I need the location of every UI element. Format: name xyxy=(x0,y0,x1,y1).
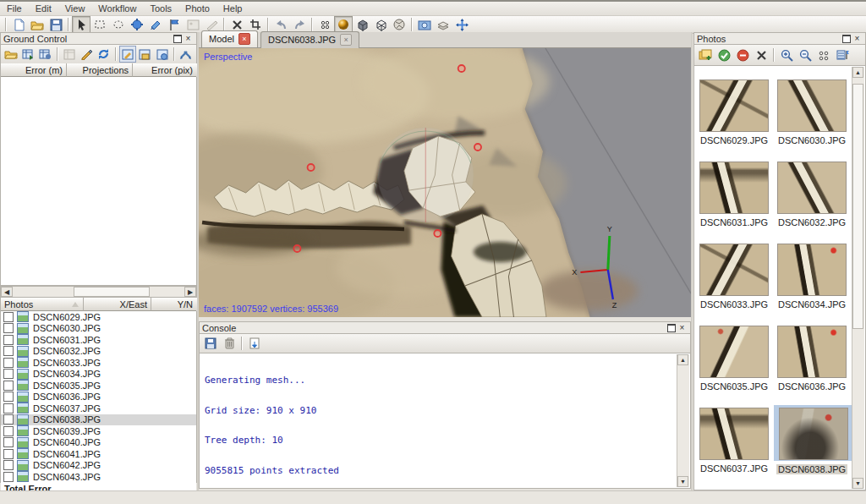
photo-checkbox[interactable] xyxy=(3,323,14,333)
photo-checkbox[interactable] xyxy=(3,449,14,459)
thumbnails-icon[interactable] xyxy=(814,47,833,63)
column-projections[interactable]: Projections xyxy=(67,63,133,77)
textured-view-button[interactable] xyxy=(390,16,408,34)
scroll-thumb[interactable] xyxy=(852,84,863,329)
photo-row[interactable]: DSCN6031.JPG xyxy=(1,334,196,346)
photo-row[interactable]: DSCN6042.JPG xyxy=(1,460,196,472)
scroll-right-icon[interactable]: ▶ xyxy=(184,287,196,297)
rotate-region-button[interactable] xyxy=(146,16,165,34)
scroll-down-icon[interactable]: ▼ xyxy=(677,476,688,487)
thumb-cell[interactable]: DSCN6030.JPG xyxy=(774,79,850,145)
thumb-cell[interactable]: DSCN6031.JPG xyxy=(696,162,772,227)
update-icon[interactable] xyxy=(96,46,112,63)
thumb-cell[interactable]: DSCN6035.JPG xyxy=(696,326,772,392)
zoom-in-icon[interactable] xyxy=(777,47,796,63)
close-panel-icon[interactable]: × xyxy=(183,34,194,44)
photo-row[interactable]: DSCN6033.JPG xyxy=(1,357,196,369)
thumb-cell[interactable]: DSCN6032.JPG xyxy=(774,162,850,227)
thumb-cell[interactable]: DSCN6033.JPG xyxy=(696,244,772,310)
photo-row[interactable]: DSCN6029.JPG xyxy=(1,311,196,323)
error-table-hscrollbar[interactable]: ◀ ▶ xyxy=(0,286,197,298)
photo-checkbox[interactable] xyxy=(3,381,14,391)
thumb-cell[interactable]: DSCN6034.JPG xyxy=(774,244,850,310)
photo-row[interactable]: DSCN6040.JPG xyxy=(1,437,196,449)
photo-row[interactable]: DSCN6034.JPG xyxy=(1,369,196,381)
photo-thumbnail[interactable] xyxy=(779,408,848,460)
scroll-left-icon[interactable]: ◀ xyxy=(1,287,13,297)
add-photos-icon[interactable] xyxy=(696,47,715,63)
export-table-icon[interactable] xyxy=(37,46,54,63)
settings-icon[interactable] xyxy=(178,46,195,63)
photo-thumbnail[interactable] xyxy=(699,326,769,378)
photo-checkbox[interactable] xyxy=(3,392,14,402)
photo-checkbox[interactable] xyxy=(3,369,14,379)
photo-row[interactable]: DSCN6039.JPG xyxy=(1,425,196,437)
menu-file[interactable]: File xyxy=(0,3,29,14)
new-document-button[interactable] xyxy=(9,16,28,34)
tab-dscn6038[interactable]: DSCN6038.JPG × xyxy=(260,31,359,48)
disabled-photo-button[interactable] xyxy=(184,16,202,34)
photo-checkbox[interactable] xyxy=(3,346,14,356)
run-script-icon[interactable] xyxy=(245,335,264,352)
photo-checkbox[interactable] xyxy=(3,472,14,482)
photo-checkbox[interactable] xyxy=(3,426,14,436)
reset-view-button[interactable] xyxy=(452,16,471,34)
thumb-cell[interactable]: DSCN6037.JPG xyxy=(696,408,772,474)
column-y-north[interactable]: Y/N xyxy=(151,298,196,311)
marker-icon[interactable] xyxy=(434,230,441,237)
float-panel-icon[interactable] xyxy=(666,323,677,333)
close-tab-icon[interactable]: × xyxy=(340,34,352,46)
photo-row[interactable]: DSCN6037.JPG xyxy=(1,403,196,414)
navigation-sphere-button[interactable] xyxy=(128,16,146,34)
import-table-icon[interactable] xyxy=(19,46,36,63)
clear-log-icon[interactable] xyxy=(220,335,238,352)
view-scalebars-toggle-icon[interactable] xyxy=(153,46,170,63)
marker-icon[interactable] xyxy=(474,144,481,151)
photo-checkbox[interactable] xyxy=(3,460,14,470)
menu-edit[interactable]: Edit xyxy=(29,3,58,14)
wireframe-view-button[interactable] xyxy=(371,16,390,34)
photo-thumbnail[interactable] xyxy=(777,244,847,296)
photo-checkbox[interactable] xyxy=(3,437,14,447)
menu-photo[interactable]: Photo xyxy=(178,3,216,14)
marker-icon[interactable] xyxy=(293,245,300,252)
menu-tools[interactable]: Tools xyxy=(143,3,178,14)
table-disabled-icon[interactable] xyxy=(61,46,78,63)
photo-thumbnail[interactable] xyxy=(777,79,847,132)
scroll-thumb[interactable] xyxy=(74,287,150,297)
disable-icon[interactable] xyxy=(733,47,752,63)
menu-view[interactable]: View xyxy=(58,3,92,14)
splitter-right[interactable] xyxy=(691,32,693,490)
console-vscrollbar[interactable]: ▲ ▼ xyxy=(677,354,689,487)
details-icon[interactable] xyxy=(833,47,852,63)
view-markers-toggle-icon[interactable] xyxy=(119,46,136,63)
tab-model[interactable]: Model × xyxy=(201,30,258,47)
photo-row[interactable]: DSCN6041.JPG xyxy=(1,448,196,460)
marker-icon[interactable] xyxy=(308,164,315,171)
photo-checkbox[interactable] xyxy=(3,312,14,322)
view-cameras-toggle-icon[interactable] xyxy=(136,46,153,63)
menu-workflow[interactable]: Workflow xyxy=(91,3,143,14)
photo-checkbox[interactable] xyxy=(3,414,14,425)
zoom-out-icon[interactable] xyxy=(796,47,814,63)
show-cameras-button[interactable] xyxy=(415,16,434,34)
rectangle-selection-button[interactable] xyxy=(90,16,109,34)
photo-checkbox[interactable] xyxy=(3,335,14,345)
close-panel-icon[interactable]: × xyxy=(852,34,863,44)
select-arrow-button[interactable] xyxy=(72,16,90,34)
photo-thumbnail[interactable] xyxy=(699,79,769,132)
model-render[interactable]: X Y Z xyxy=(199,48,691,317)
scroll-up-icon[interactable]: ▲ xyxy=(677,354,688,365)
column-x-east[interactable]: X/East xyxy=(84,298,151,311)
photos-vscrollbar[interactable]: ▲ ▼ xyxy=(852,67,864,489)
photo-row[interactable]: DSCN6030.JPG xyxy=(1,323,196,335)
move-region-flag-button[interactable] xyxy=(165,16,184,34)
console-output[interactable]: Generating mesh... Grid size: 910 x 910 … xyxy=(199,353,691,489)
show-layers-button[interactable] xyxy=(434,16,452,34)
open-icon[interactable] xyxy=(3,46,19,63)
close-panel-icon[interactable]: × xyxy=(677,323,688,333)
thumb-cell[interactable]: DSCN6036.JPG xyxy=(774,326,850,392)
float-panel-icon[interactable] xyxy=(172,34,183,44)
photo-row-selected[interactable]: DSCN6038.JPG xyxy=(1,414,196,426)
photo-row[interactable]: DSCN6032.JPG xyxy=(1,346,196,358)
